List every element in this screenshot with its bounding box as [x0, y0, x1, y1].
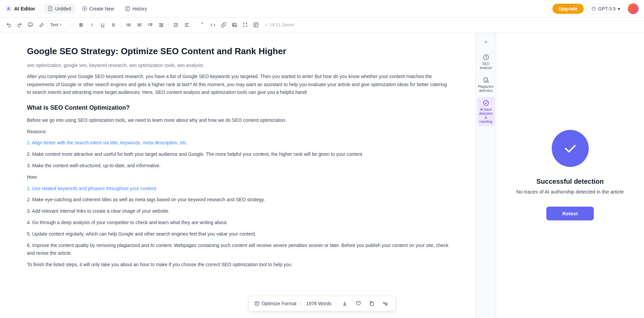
- table-button[interactable]: [251, 20, 261, 30]
- align-icon: [184, 22, 190, 28]
- reason-1-text: 1. Align better with the search intent v…: [27, 140, 188, 145]
- copy-button[interactable]: [367, 299, 376, 308]
- svg-rect-5: [28, 23, 32, 26]
- plagiarism-detection-button[interactable]: Plagiarism detection: [477, 74, 495, 96]
- upgrade-button[interactable]: Upgrade: [552, 4, 584, 14]
- how-6: 6. Improve the content quality by removi…: [27, 242, 449, 258]
- ai-trace-detection-button[interactable]: AI trace detection & rewriting: [477, 97, 495, 127]
- align-button[interactable]: [182, 20, 192, 30]
- underline-button[interactable]: U: [98, 20, 107, 30]
- code-button[interactable]: [208, 20, 218, 30]
- result-title: Successful detection: [536, 178, 604, 185]
- nav-divider-1: [41, 5, 41, 13]
- tab-create-new[interactable]: Create New: [78, 4, 118, 13]
- svg-point-8: [127, 25, 127, 26]
- bottom-divider-1: [300, 301, 301, 307]
- toolbar-separator-4: [194, 22, 195, 28]
- reasons-label: Reasons:: [27, 128, 449, 136]
- download-button[interactable]: [340, 299, 349, 308]
- how-2: 2. Make eye-catching and coherent titles…: [27, 196, 449, 204]
- save-status: ✓ 19:21 Saved: [265, 22, 294, 27]
- reason-2: 2. Make content more attractive and usef…: [27, 150, 449, 158]
- svg-point-7: [127, 24, 127, 25]
- how-3: 3. Add relevant internal links to create…: [27, 207, 449, 215]
- top-navigation: AI Editor Untitled Create New History Up…: [0, 0, 644, 17]
- document-body: After you complete your Google SEO keywo…: [27, 73, 449, 269]
- how-5: 5. Update content regularly, which can h…: [27, 230, 449, 238]
- ordered-list-icon: [148, 22, 153, 28]
- eraser-button[interactable]: [36, 20, 46, 30]
- svg-rect-16: [255, 302, 259, 305]
- svg-point-4: [592, 7, 595, 10]
- how-1-text: 1. Use related keywords and phrases thro…: [27, 186, 157, 191]
- text-style-dropdown[interactable]: Text ▾: [47, 21, 71, 29]
- plus-circle-icon: [82, 6, 87, 11]
- reason-1: 1. Align better with the search intent v…: [27, 139, 449, 147]
- editor-area[interactable]: Google SEO Strategy: Optimize SEO Conten…: [0, 32, 476, 318]
- document-title: Google SEO Strategy: Optimize SEO Conten…: [27, 46, 449, 57]
- fullscreen-icon: [243, 22, 248, 28]
- ordered-list-button[interactable]: [146, 20, 155, 30]
- undo-icon: [6, 22, 11, 28]
- link-icon: [221, 22, 226, 28]
- redo-button[interactable]: [15, 20, 24, 30]
- word-count: 1978 Words: [306, 301, 331, 306]
- plagiarism-icon: [483, 77, 489, 83]
- bullet-list-button[interactable]: [124, 20, 133, 30]
- optimize-format-button[interactable]: Optimize Format: [254, 301, 296, 306]
- reason-3: 3. Make the content well-structured, up-…: [27, 162, 449, 170]
- eraser-icon: [38, 22, 44, 28]
- right-sidebar: » SEO analysis Plagiarism detection AI t…: [476, 32, 496, 318]
- share-button[interactable]: [380, 299, 390, 308]
- align-center-button[interactable]: [135, 20, 144, 30]
- comment-icon: [28, 22, 33, 28]
- quote-button[interactable]: ": [197, 20, 207, 30]
- toolbar-separator-1: [73, 22, 74, 28]
- history-icon: [125, 6, 130, 11]
- sidebar-collapse-button[interactable]: »: [481, 36, 491, 47]
- ai-trace-icon: [483, 100, 489, 106]
- gpt-icon: [591, 6, 596, 11]
- link-button[interactable]: [219, 20, 228, 30]
- align-center-icon: [137, 22, 142, 28]
- table-icon: [253, 22, 259, 28]
- retest-button[interactable]: Retest: [546, 207, 594, 220]
- user-avatar[interactable]: [628, 3, 639, 14]
- editor-toolbar: Text ▾ B I U S: [0, 17, 644, 32]
- image-icon: [232, 22, 237, 28]
- ai-editor-logo[interactable]: AI Editor: [5, 5, 35, 12]
- bottom-status-bar: Optimize Format 1978 Words: [249, 296, 396, 311]
- logo-icon: [5, 5, 12, 12]
- comment-button[interactable]: [26, 20, 35, 30]
- body-para-1: After you complete your Google SEO keywo…: [27, 73, 449, 97]
- image-button[interactable]: [230, 20, 239, 30]
- toolbar-separator-2: [121, 22, 121, 28]
- undo-button[interactable]: [4, 20, 13, 30]
- optimize-icon: [254, 301, 260, 306]
- bottom-divider-2: [335, 301, 336, 307]
- result-subtitle: No traces of AI authorship detected in t…: [516, 188, 624, 196]
- fullscreen-button[interactable]: [240, 20, 250, 30]
- svg-point-10: [233, 24, 234, 25]
- redo-icon: [17, 22, 22, 28]
- italic-button[interactable]: I: [87, 20, 97, 30]
- bold-button[interactable]: B: [76, 20, 86, 30]
- document-icon: [48, 6, 53, 11]
- tab-history[interactable]: History: [121, 4, 151, 13]
- share-icon: [382, 301, 388, 306]
- document-tags: seo optimization, google seo, keyword re…: [27, 63, 449, 68]
- strikethrough-button[interactable]: S: [109, 20, 118, 30]
- gpt-model-selector[interactable]: GPT-3.5 ▾: [587, 4, 624, 13]
- favorite-button[interactable]: [353, 299, 363, 308]
- seo-analysis-button[interactable]: SEO analysis: [477, 51, 495, 73]
- how-4: 4. Go through a deep analysis of your co…: [27, 219, 449, 227]
- code-icon: [210, 22, 216, 28]
- result-panel: Successful detection No traces of AI aut…: [496, 32, 644, 318]
- heading-1: What is SEO Content Optimization?: [27, 103, 449, 113]
- download-icon: [342, 301, 347, 306]
- indent-button[interactable]: [156, 20, 166, 30]
- tab-untitled[interactable]: Untitled: [44, 4, 75, 13]
- bullet-list-icon: [126, 22, 131, 28]
- line-spacing-icon: [173, 22, 179, 28]
- line-spacing-button[interactable]: [171, 20, 181, 30]
